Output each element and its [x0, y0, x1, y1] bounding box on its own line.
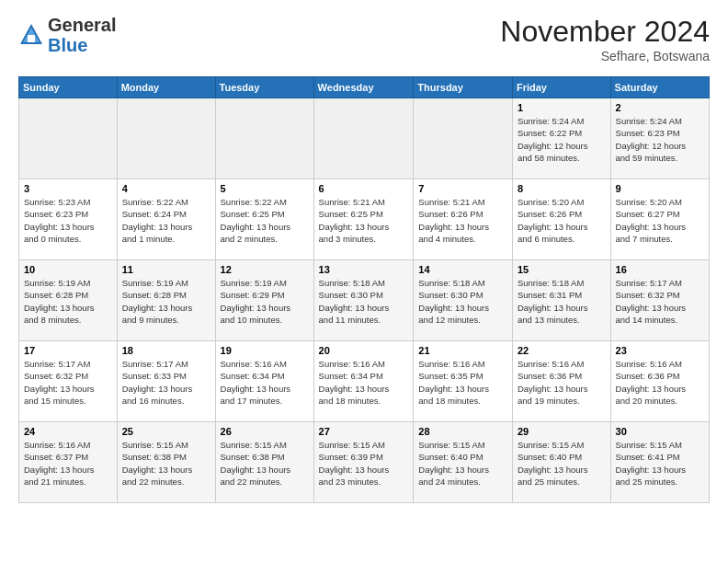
day-info: Sunrise: 5:16 AM Sunset: 6:34 PM Dayligh… [221, 358, 309, 407]
calendar-cell: 12Sunrise: 5:19 AM Sunset: 6:29 PM Dayli… [215, 260, 313, 341]
calendar-cell: 19Sunrise: 5:16 AM Sunset: 6:34 PM Dayli… [215, 341, 313, 422]
page: General Blue November 2024 Sefhare, Bots… [0, 0, 728, 512]
day-info: Sunrise: 5:15 AM Sunset: 6:41 PM Dayligh… [616, 439, 704, 488]
day-info: Sunrise: 5:24 AM Sunset: 6:22 PM Dayligh… [518, 115, 606, 164]
calendar-table: SundayMondayTuesdayWednesdayThursdayFrid… [18, 76, 710, 503]
day-number: 21 [418, 345, 507, 356]
day-info: Sunrise: 5:17 AM Sunset: 6:32 PM Dayligh… [24, 358, 112, 407]
calendar-cell: 3Sunrise: 5:23 AM Sunset: 6:23 PM Daylig… [19, 179, 118, 260]
day-info: Sunrise: 5:18 AM Sunset: 6:30 PM Dayligh… [418, 277, 507, 326]
calendar-cell: 16Sunrise: 5:17 AM Sunset: 6:32 PM Dayli… [610, 260, 709, 341]
calendar-cell: 22Sunrise: 5:16 AM Sunset: 6:36 PM Dayli… [512, 341, 610, 422]
day-number: 20 [319, 345, 409, 356]
day-number: 5 [221, 183, 309, 194]
day-info: Sunrise: 5:15 AM Sunset: 6:39 PM Dayligh… [319, 439, 409, 488]
day-number: 12 [221, 264, 309, 275]
calendar-cell [117, 98, 215, 179]
calendar-cell: 23Sunrise: 5:16 AM Sunset: 6:36 PM Dayli… [610, 341, 709, 422]
month-title: November 2024 [500, 15, 710, 49]
calendar-cell: 26Sunrise: 5:15 AM Sunset: 6:38 PM Dayli… [215, 422, 313, 503]
calendar-cell: 13Sunrise: 5:18 AM Sunset: 6:30 PM Dayli… [313, 260, 414, 341]
calendar-cell: 4Sunrise: 5:22 AM Sunset: 6:24 PM Daylig… [117, 179, 215, 260]
calendar-cell: 14Sunrise: 5:18 AM Sunset: 6:30 PM Dayli… [414, 260, 513, 341]
day-info: Sunrise: 5:15 AM Sunset: 6:38 PM Dayligh… [221, 439, 309, 488]
calendar-header-row: SundayMondayTuesdayWednesdayThursdayFrid… [19, 77, 710, 98]
calendar-header-monday: Monday [117, 77, 215, 98]
logo-icon [18, 22, 44, 48]
day-info: Sunrise: 5:20 AM Sunset: 6:26 PM Dayligh… [518, 196, 606, 245]
day-info: Sunrise: 5:18 AM Sunset: 6:30 PM Dayligh… [319, 277, 409, 326]
calendar-cell: 8Sunrise: 5:20 AM Sunset: 6:26 PM Daylig… [512, 179, 610, 260]
day-number: 30 [616, 426, 704, 437]
day-number: 25 [122, 426, 210, 437]
logo-general-text: General [48, 15, 116, 35]
title-block: November 2024 Sefhare, Botswana [500, 15, 710, 63]
calendar-cell: 7Sunrise: 5:21 AM Sunset: 6:26 PM Daylig… [414, 179, 513, 260]
day-number: 1 [518, 102, 606, 113]
calendar-cell: 29Sunrise: 5:15 AM Sunset: 6:40 PM Dayli… [512, 422, 610, 503]
calendar-week-row: 3Sunrise: 5:23 AM Sunset: 6:23 PM Daylig… [19, 179, 710, 260]
calendar-cell: 17Sunrise: 5:17 AM Sunset: 6:32 PM Dayli… [19, 341, 118, 422]
day-info: Sunrise: 5:19 AM Sunset: 6:28 PM Dayligh… [122, 277, 210, 326]
calendar-week-row: 24Sunrise: 5:16 AM Sunset: 6:37 PM Dayli… [19, 422, 710, 503]
calendar-cell: 27Sunrise: 5:15 AM Sunset: 6:39 PM Dayli… [313, 422, 414, 503]
logo: General Blue [18, 15, 116, 55]
day-number: 27 [319, 426, 409, 437]
calendar-week-row: 10Sunrise: 5:19 AM Sunset: 6:28 PM Dayli… [19, 260, 710, 341]
calendar-cell [215, 98, 313, 179]
logo-blue-text: Blue [48, 35, 87, 55]
calendar-header-tuesday: Tuesday [215, 77, 313, 98]
day-number: 3 [24, 183, 112, 194]
day-info: Sunrise: 5:23 AM Sunset: 6:23 PM Dayligh… [24, 196, 112, 245]
day-info: Sunrise: 5:15 AM Sunset: 6:40 PM Dayligh… [518, 439, 606, 488]
calendar-cell: 15Sunrise: 5:18 AM Sunset: 6:31 PM Dayli… [512, 260, 610, 341]
day-number: 2 [616, 102, 704, 113]
calendar-header-sunday: Sunday [19, 77, 118, 98]
calendar-header-wednesday: Wednesday [313, 77, 414, 98]
day-info: Sunrise: 5:22 AM Sunset: 6:25 PM Dayligh… [221, 196, 309, 245]
day-info: Sunrise: 5:15 AM Sunset: 6:38 PM Dayligh… [122, 439, 210, 488]
day-info: Sunrise: 5:20 AM Sunset: 6:27 PM Dayligh… [616, 196, 704, 245]
day-info: Sunrise: 5:18 AM Sunset: 6:31 PM Dayligh… [518, 277, 606, 326]
day-number: 19 [221, 345, 309, 356]
calendar-cell: 6Sunrise: 5:21 AM Sunset: 6:25 PM Daylig… [313, 179, 414, 260]
calendar-cell: 5Sunrise: 5:22 AM Sunset: 6:25 PM Daylig… [215, 179, 313, 260]
day-number: 15 [518, 264, 606, 275]
calendar-cell: 30Sunrise: 5:15 AM Sunset: 6:41 PM Dayli… [610, 422, 709, 503]
day-number: 16 [616, 264, 704, 275]
day-number: 9 [616, 183, 704, 194]
day-number: 17 [24, 345, 112, 356]
day-number: 29 [518, 426, 606, 437]
calendar-header-saturday: Saturday [610, 77, 709, 98]
svg-rect-2 [28, 35, 35, 42]
day-info: Sunrise: 5:15 AM Sunset: 6:40 PM Dayligh… [418, 439, 507, 488]
day-number: 7 [418, 183, 507, 194]
calendar-cell: 1Sunrise: 5:24 AM Sunset: 6:22 PM Daylig… [512, 98, 610, 179]
day-info: Sunrise: 5:22 AM Sunset: 6:24 PM Dayligh… [122, 196, 210, 245]
day-info: Sunrise: 5:17 AM Sunset: 6:33 PM Dayligh… [122, 358, 210, 407]
calendar-header-thursday: Thursday [414, 77, 513, 98]
day-info: Sunrise: 5:16 AM Sunset: 6:35 PM Dayligh… [418, 358, 507, 407]
day-info: Sunrise: 5:21 AM Sunset: 6:26 PM Dayligh… [418, 196, 507, 245]
day-number: 13 [319, 264, 409, 275]
calendar-cell: 2Sunrise: 5:24 AM Sunset: 6:23 PM Daylig… [610, 98, 709, 179]
header: General Blue November 2024 Sefhare, Bots… [18, 15, 710, 63]
calendar-cell: 25Sunrise: 5:15 AM Sunset: 6:38 PM Dayli… [117, 422, 215, 503]
day-info: Sunrise: 5:16 AM Sunset: 6:36 PM Dayligh… [616, 358, 704, 407]
day-number: 6 [319, 183, 409, 194]
calendar-header-friday: Friday [512, 77, 610, 98]
calendar-cell: 28Sunrise: 5:15 AM Sunset: 6:40 PM Dayli… [414, 422, 513, 503]
day-number: 10 [24, 264, 112, 275]
day-number: 18 [122, 345, 210, 356]
calendar-week-row: 17Sunrise: 5:17 AM Sunset: 6:32 PM Dayli… [19, 341, 710, 422]
day-number: 24 [24, 426, 112, 437]
day-info: Sunrise: 5:21 AM Sunset: 6:25 PM Dayligh… [319, 196, 409, 245]
calendar-cell: 24Sunrise: 5:16 AM Sunset: 6:37 PM Dayli… [19, 422, 118, 503]
day-number: 4 [122, 183, 210, 194]
calendar-cell: 10Sunrise: 5:19 AM Sunset: 6:28 PM Dayli… [19, 260, 118, 341]
day-number: 26 [221, 426, 309, 437]
day-number: 23 [616, 345, 704, 356]
day-info: Sunrise: 5:24 AM Sunset: 6:23 PM Dayligh… [616, 115, 704, 164]
calendar-cell: 18Sunrise: 5:17 AM Sunset: 6:33 PM Dayli… [117, 341, 215, 422]
day-number: 22 [518, 345, 606, 356]
